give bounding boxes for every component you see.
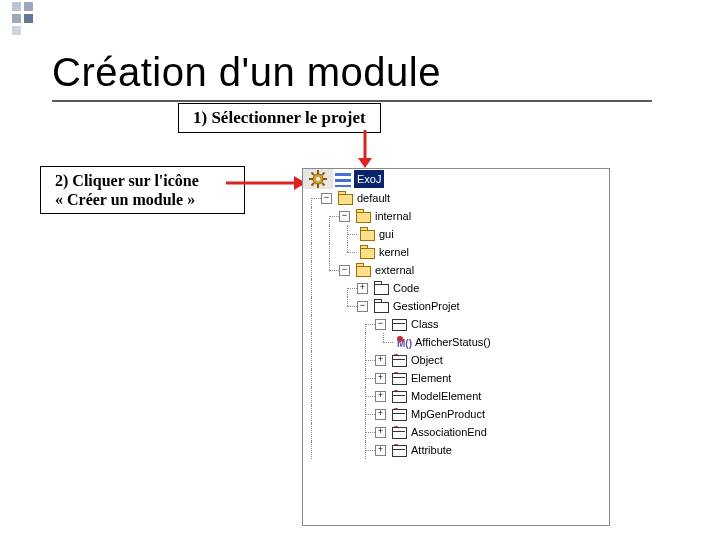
gear-icon (309, 170, 327, 188)
expander-minus-icon[interactable]: − (357, 301, 368, 312)
svg-line-9 (312, 173, 315, 176)
slide: Création d'un module 1) Sélectionner le … (0, 0, 720, 540)
folder-icon (337, 190, 353, 206)
tree-label: AfficherStatus() (414, 333, 491, 351)
expander-plus-icon[interactable]: + (375, 409, 386, 420)
svg-line-12 (312, 183, 315, 186)
svg-line-10 (322, 183, 325, 186)
tree-node-internal[interactable]: − internal (303, 207, 609, 225)
panel-header: ExoJ (303, 169, 609, 189)
tree-node-mpgenproduct[interactable]: + MpGenProduct (303, 405, 609, 423)
tree-node-gui[interactable]: gui (303, 225, 609, 243)
expander-plus-icon[interactable]: + (375, 355, 386, 366)
package-icon (373, 280, 389, 296)
tree-node-element[interactable]: + Element (303, 369, 609, 387)
tree-node-afficher[interactable]: M() AfficherStatus() (303, 333, 609, 351)
svg-marker-1 (358, 158, 372, 168)
arrow-right-icon (226, 176, 306, 190)
tree-node-associationend[interactable]: + AssociationEnd (303, 423, 609, 441)
expander-minus-icon[interactable]: − (339, 265, 350, 276)
tree-label: default (356, 189, 390, 207)
tree-node-code[interactable]: + Code (303, 279, 609, 297)
expander-plus-icon[interactable]: + (375, 445, 386, 456)
tree-node-object[interactable]: + Object (303, 351, 609, 369)
create-module-button[interactable] (303, 169, 333, 189)
tree-node-modelelement[interactable]: + ModelElement (303, 387, 609, 405)
class-icon (391, 388, 407, 404)
package-icon (373, 298, 389, 314)
title-underline (52, 100, 652, 102)
tree-label: MpGenProduct (410, 405, 485, 423)
project-icon (335, 171, 351, 187)
svg-line-11 (322, 173, 325, 176)
tree-label: Attribute (410, 441, 452, 459)
tree-panel: ExoJ − default − internal (302, 168, 610, 526)
arrow-down-icon (358, 130, 372, 168)
class-icon (391, 352, 407, 368)
tree-node-default[interactable]: − default (303, 189, 609, 207)
class-icon (391, 424, 407, 440)
tree-node-class[interactable]: − Class (303, 315, 609, 333)
class-icon (391, 406, 407, 422)
folder-icon (359, 226, 375, 242)
callout-step2-line1: 2) Cliquer sur l'icône (55, 172, 199, 189)
expander-plus-icon[interactable]: + (375, 427, 386, 438)
tree-label: Element (410, 369, 451, 387)
tree-body: − default − internal gui (303, 189, 609, 459)
tree-node-gestion[interactable]: − GestionProjet (303, 297, 609, 315)
tree-node-kernel[interactable]: kernel (303, 243, 609, 261)
tree-label: external (374, 261, 414, 279)
tree-root-label: ExoJ (354, 170, 384, 188)
tree-label: gui (378, 225, 394, 243)
folder-icon (355, 208, 371, 224)
tree-label: ModelElement (410, 387, 481, 405)
folder-icon (355, 262, 371, 278)
page-title: Création d'un module (52, 50, 441, 95)
tree-node-attribute[interactable]: + Attribute (303, 441, 609, 459)
folder-icon (359, 244, 375, 260)
tree-label: Class (410, 315, 439, 333)
tree-label: kernel (378, 243, 409, 261)
expander-plus-icon[interactable]: + (375, 373, 386, 384)
expander-minus-icon[interactable]: − (375, 319, 386, 330)
expander-plus-icon[interactable]: + (375, 391, 386, 402)
tree-label: Code (392, 279, 419, 297)
expander-minus-icon[interactable]: − (339, 211, 350, 222)
tree-label: GestionProjet (392, 297, 460, 315)
callout-step1: 1) Sélectionner le projet (178, 103, 381, 133)
operation-icon: M() (395, 334, 411, 350)
svg-point-13 (316, 177, 320, 181)
callout-step2-line2: « Créer un module » (55, 191, 195, 208)
expander-minus-icon[interactable]: − (321, 193, 332, 204)
tree-label: internal (374, 207, 411, 225)
class-icon (391, 442, 407, 458)
tree-node-external[interactable]: − external (303, 261, 609, 279)
accent-dots (12, 2, 34, 44)
tree-label: Object (410, 351, 443, 369)
tree-label: AssociationEnd (410, 423, 487, 441)
tree-root[interactable]: ExoJ (333, 169, 609, 189)
expander-plus-icon[interactable]: + (357, 283, 368, 294)
callout-step2: 2) Cliquer sur l'icône « Créer un module… (40, 166, 245, 214)
class-icon (391, 370, 407, 386)
class-icon (391, 316, 407, 332)
